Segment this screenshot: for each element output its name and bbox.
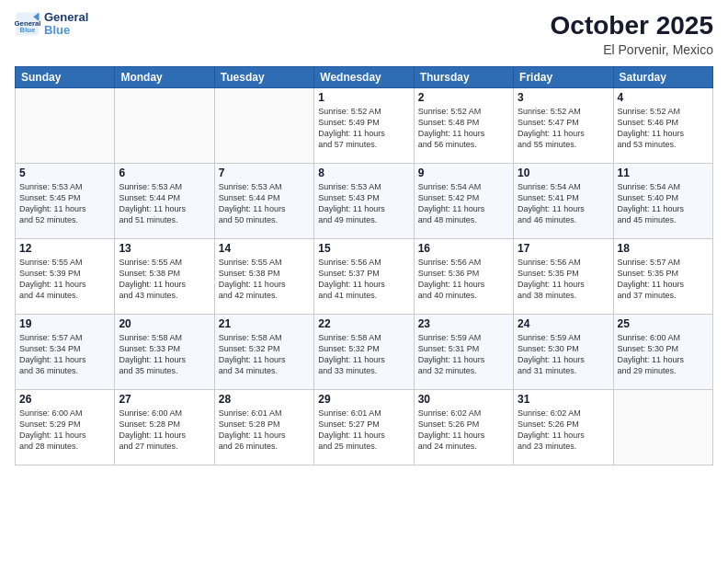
calendar-cell: 25Sunrise: 6:00 AM Sunset: 5:30 PM Dayli…: [613, 315, 712, 390]
day-info: Sunrise: 6:01 AM Sunset: 5:28 PM Dayligh…: [219, 408, 310, 453]
day-info: Sunrise: 5:54 AM Sunset: 5:41 PM Dayligh…: [518, 181, 609, 226]
day-number: 22: [318, 317, 409, 330]
day-info: Sunrise: 5:52 AM Sunset: 5:49 PM Dayligh…: [318, 106, 409, 151]
day-info: Sunrise: 5:57 AM Sunset: 5:35 PM Dayligh…: [618, 257, 709, 302]
calendar-cell: 21Sunrise: 5:58 AM Sunset: 5:32 PM Dayli…: [214, 315, 313, 390]
calendar-cell: 7Sunrise: 5:53 AM Sunset: 5:44 PM Daylig…: [214, 164, 313, 239]
day-info: Sunrise: 5:54 AM Sunset: 5:42 PM Dayligh…: [418, 181, 509, 226]
calendar-cell: 13Sunrise: 5:55 AM Sunset: 5:38 PM Dayli…: [115, 239, 214, 315]
calendar-cell: 27Sunrise: 6:00 AM Sunset: 5:28 PM Dayli…: [115, 390, 214, 465]
calendar-cell: 23Sunrise: 5:59 AM Sunset: 5:31 PM Dayli…: [414, 315, 513, 390]
calendar-cell: 8Sunrise: 5:53 AM Sunset: 5:43 PM Daylig…: [314, 164, 414, 239]
page-header: General Blue General Blue October 2025 E…: [15, 11, 713, 57]
day-info: Sunrise: 5:58 AM Sunset: 5:33 PM Dayligh…: [119, 332, 210, 377]
day-number: 2: [418, 91, 509, 104]
calendar-cell: 14Sunrise: 5:55 AM Sunset: 5:38 PM Dayli…: [214, 239, 313, 315]
title-block: October 2025 El Porvenir, Mexico: [551, 11, 713, 57]
calendar-cell: 17Sunrise: 5:56 AM Sunset: 5:35 PM Dayli…: [514, 239, 613, 315]
calendar-cell: 19Sunrise: 5:57 AM Sunset: 5:34 PM Dayli…: [16, 315, 115, 390]
day-info: Sunrise: 5:59 AM Sunset: 5:31 PM Dayligh…: [418, 332, 509, 377]
day-info: Sunrise: 5:58 AM Sunset: 5:32 PM Dayligh…: [318, 332, 409, 377]
calendar-cell: [115, 88, 214, 164]
calendar-cell: 16Sunrise: 5:56 AM Sunset: 5:36 PM Dayli…: [414, 239, 513, 315]
day-number: 8: [318, 167, 409, 179]
calendar-cell: [214, 88, 313, 164]
calendar-table: SundayMondayTuesdayWednesdayThursdayFrid…: [15, 66, 713, 465]
calendar-week-row: 1Sunrise: 5:52 AM Sunset: 5:49 PM Daylig…: [16, 88, 713, 164]
day-number: 31: [518, 393, 609, 406]
day-info: Sunrise: 6:00 AM Sunset: 5:29 PM Dayligh…: [19, 408, 110, 453]
day-info: Sunrise: 5:57 AM Sunset: 5:34 PM Dayligh…: [19, 332, 110, 377]
logo: General Blue General Blue: [15, 11, 88, 38]
day-number: 14: [219, 242, 310, 255]
calendar-week-row: 26Sunrise: 6:00 AM Sunset: 5:29 PM Dayli…: [16, 390, 713, 465]
weekday-header-row: SundayMondayTuesdayWednesdayThursdayFrid…: [16, 67, 713, 88]
day-number: 12: [19, 242, 110, 255]
svg-text:Blue: Blue: [20, 27, 37, 35]
weekday-header-sunday: Sunday: [16, 67, 115, 88]
calendar-cell: 20Sunrise: 5:58 AM Sunset: 5:33 PM Dayli…: [115, 315, 214, 390]
location-subtitle: El Porvenir, Mexico: [551, 42, 713, 57]
day-info: Sunrise: 5:54 AM Sunset: 5:40 PM Dayligh…: [618, 181, 709, 226]
day-info: Sunrise: 5:56 AM Sunset: 5:35 PM Dayligh…: [518, 257, 609, 302]
day-number: 28: [219, 393, 310, 406]
calendar-cell: 26Sunrise: 6:00 AM Sunset: 5:29 PM Dayli…: [16, 390, 115, 465]
calendar-cell: 28Sunrise: 6:01 AM Sunset: 5:28 PM Dayli…: [214, 390, 313, 465]
day-info: Sunrise: 5:56 AM Sunset: 5:37 PM Dayligh…: [318, 257, 409, 302]
day-info: Sunrise: 5:58 AM Sunset: 5:32 PM Dayligh…: [219, 332, 310, 377]
day-info: Sunrise: 5:59 AM Sunset: 5:30 PM Dayligh…: [518, 332, 609, 377]
day-number: 13: [119, 242, 210, 255]
calendar-cell: 29Sunrise: 6:01 AM Sunset: 5:27 PM Dayli…: [314, 390, 414, 465]
day-number: 30: [418, 393, 509, 406]
day-info: Sunrise: 5:53 AM Sunset: 5:43 PM Dayligh…: [318, 181, 409, 226]
calendar-week-row: 19Sunrise: 5:57 AM Sunset: 5:34 PM Dayli…: [16, 315, 713, 390]
calendar-week-row: 12Sunrise: 5:55 AM Sunset: 5:39 PM Dayli…: [16, 239, 713, 315]
calendar-cell: 1Sunrise: 5:52 AM Sunset: 5:49 PM Daylig…: [314, 88, 414, 164]
weekday-header-wednesday: Wednesday: [314, 67, 414, 88]
day-number: 16: [418, 242, 509, 255]
day-number: 17: [518, 242, 609, 255]
calendar-cell: 2Sunrise: 5:52 AM Sunset: 5:48 PM Daylig…: [414, 88, 513, 164]
weekday-header-tuesday: Tuesday: [214, 67, 313, 88]
day-number: 9: [418, 167, 509, 179]
weekday-header-saturday: Saturday: [613, 67, 712, 88]
day-number: 26: [19, 393, 110, 406]
day-number: 15: [318, 242, 409, 255]
day-number: 20: [119, 317, 210, 330]
calendar-week-row: 5Sunrise: 5:53 AM Sunset: 5:45 PM Daylig…: [16, 164, 713, 239]
day-info: Sunrise: 5:55 AM Sunset: 5:38 PM Dayligh…: [219, 257, 310, 302]
day-number: 5: [19, 167, 110, 179]
calendar-cell: [613, 390, 712, 465]
calendar-cell: 6Sunrise: 5:53 AM Sunset: 5:44 PM Daylig…: [115, 164, 214, 239]
calendar-cell: 12Sunrise: 5:55 AM Sunset: 5:39 PM Dayli…: [16, 239, 115, 315]
day-number: 18: [618, 242, 709, 255]
day-info: Sunrise: 5:52 AM Sunset: 5:46 PM Dayligh…: [618, 106, 709, 151]
day-info: Sunrise: 6:00 AM Sunset: 5:28 PM Dayligh…: [119, 408, 210, 453]
day-number: 10: [518, 167, 609, 179]
day-info: Sunrise: 5:55 AM Sunset: 5:39 PM Dayligh…: [19, 257, 110, 302]
logo-icon: General Blue: [15, 11, 40, 37]
day-number: 1: [318, 91, 409, 104]
day-number: 29: [318, 393, 409, 406]
day-info: Sunrise: 5:53 AM Sunset: 5:44 PM Dayligh…: [219, 181, 310, 226]
day-info: Sunrise: 5:52 AM Sunset: 5:47 PM Dayligh…: [518, 106, 609, 151]
day-info: Sunrise: 5:53 AM Sunset: 5:45 PM Dayligh…: [19, 181, 110, 226]
day-number: 19: [19, 317, 110, 330]
logo-text-blue: Blue: [44, 24, 88, 37]
calendar-cell: 10Sunrise: 5:54 AM Sunset: 5:41 PM Dayli…: [514, 164, 613, 239]
calendar-cell: 15Sunrise: 5:56 AM Sunset: 5:37 PM Dayli…: [314, 239, 414, 315]
calendar-cell: 3Sunrise: 5:52 AM Sunset: 5:47 PM Daylig…: [514, 88, 613, 164]
day-number: 7: [219, 167, 310, 179]
day-info: Sunrise: 6:01 AM Sunset: 5:27 PM Dayligh…: [318, 408, 409, 453]
day-number: 3: [518, 91, 609, 104]
calendar-page: General Blue General Blue October 2025 E…: [0, 0, 728, 563]
calendar-cell: 5Sunrise: 5:53 AM Sunset: 5:45 PM Daylig…: [16, 164, 115, 239]
day-number: 24: [518, 317, 609, 330]
calendar-cell: 22Sunrise: 5:58 AM Sunset: 5:32 PM Dayli…: [314, 315, 414, 390]
day-number: 21: [219, 317, 310, 330]
day-number: 4: [618, 91, 709, 104]
calendar-cell: 18Sunrise: 5:57 AM Sunset: 5:35 PM Dayli…: [613, 239, 712, 315]
calendar-cell: 24Sunrise: 5:59 AM Sunset: 5:30 PM Dayli…: [514, 315, 613, 390]
calendar-cell: 30Sunrise: 6:02 AM Sunset: 5:26 PM Dayli…: [414, 390, 513, 465]
weekday-header-monday: Monday: [115, 67, 214, 88]
